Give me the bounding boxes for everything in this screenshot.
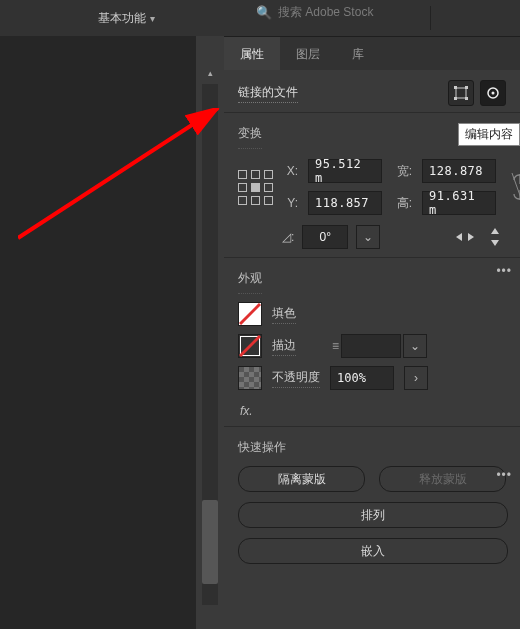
divider (430, 6, 431, 30)
target-icon (485, 85, 501, 101)
svg-rect-3 (454, 97, 457, 100)
search-placeholder: 搜索 Adobe Stock (278, 4, 373, 21)
svg-line-7 (512, 173, 520, 201)
stroke-weight-field[interactable] (341, 334, 401, 358)
svg-rect-0 (456, 88, 466, 98)
scroll-track[interactable] (202, 84, 218, 605)
opacity-field[interactable]: 100% (330, 366, 394, 390)
chevron-down-icon: ▾ (150, 13, 155, 24)
h-label: 高: (392, 195, 412, 212)
scroll-up-button[interactable]: ▴ (200, 64, 220, 82)
y-field[interactable]: 118.857 (308, 191, 382, 215)
stroke-weight-icon: ≡ (332, 339, 339, 353)
release-mask-button: 释放蒙版 (379, 466, 506, 492)
panel-menu-appearance[interactable]: ••• (496, 468, 512, 482)
section-title-appearance: 外观 (238, 266, 262, 294)
w-field[interactable]: 128.878 (422, 159, 496, 183)
h-field[interactable]: 91.631 m (422, 191, 496, 215)
opacity-label: 不透明度 (272, 369, 320, 388)
panel-menu-transform[interactable]: ••• (496, 264, 512, 278)
tab-libraries[interactable]: 库 (336, 37, 380, 71)
angle-icon: ◿: (282, 230, 294, 244)
workspace-switcher[interactable]: 基本功能 (98, 10, 146, 27)
flip-vertical-button[interactable] (484, 226, 506, 248)
section-title-quick-actions: 快速操作 (238, 435, 506, 456)
w-label: 宽: (392, 163, 412, 180)
vertical-scrollbar[interactable]: ▴ (196, 36, 225, 629)
opacity-popup-button[interactable]: › (404, 366, 428, 390)
svg-rect-1 (454, 86, 457, 89)
scroll-thumb[interactable] (202, 500, 218, 584)
document-canvas[interactable] (0, 36, 197, 629)
svg-rect-2 (465, 86, 468, 89)
no-fill-icon (239, 303, 261, 325)
rotate-field[interactable]: 0° (302, 225, 348, 249)
embed-button[interactable]: 嵌入 (238, 538, 508, 564)
tab-properties[interactable]: 属性 (224, 37, 280, 71)
x-label: X: (282, 164, 298, 178)
no-stroke-icon (239, 335, 261, 357)
fill-swatch[interactable] (238, 302, 262, 326)
x-field[interactable]: 95.512 m (308, 159, 382, 183)
svg-line-8 (240, 304, 260, 324)
tooltip-edit-contents: 编辑内容 (458, 123, 520, 146)
arrange-button[interactable]: 排列 (238, 502, 508, 528)
svg-line-9 (240, 336, 260, 356)
rotate-stepper[interactable]: ⌄ (356, 225, 380, 249)
y-label: Y: (282, 196, 298, 210)
artboard-icon (453, 85, 469, 101)
linked-file-label[interactable]: 链接的文件 (238, 84, 298, 103)
svg-point-6 (492, 92, 495, 95)
fx-label[interactable]: fx. (238, 404, 506, 418)
edit-contents-button[interactable] (480, 80, 506, 106)
fill-label: 填色 (272, 305, 296, 324)
flip-horizontal-button[interactable] (454, 226, 476, 248)
reference-point-grid[interactable] (238, 170, 272, 204)
stroke-swatch[interactable] (238, 334, 262, 358)
section-title-transform: 变换 (238, 121, 262, 149)
adobe-stock-search[interactable]: 🔍 搜索 Adobe Stock (256, 0, 373, 24)
constrain-proportions-icon[interactable] (510, 167, 520, 207)
stroke-weight-stepper[interactable]: ⌄ (403, 334, 427, 358)
svg-rect-4 (465, 97, 468, 100)
tab-layers[interactable]: 图层 (280, 37, 336, 71)
stroke-label: 描边 (272, 337, 296, 356)
object-bounds-icon[interactable] (448, 80, 474, 106)
isolate-mask-button[interactable]: 隔离蒙版 (238, 466, 365, 492)
opacity-swatch[interactable] (238, 366, 262, 390)
search-icon: 🔍 (256, 5, 272, 20)
